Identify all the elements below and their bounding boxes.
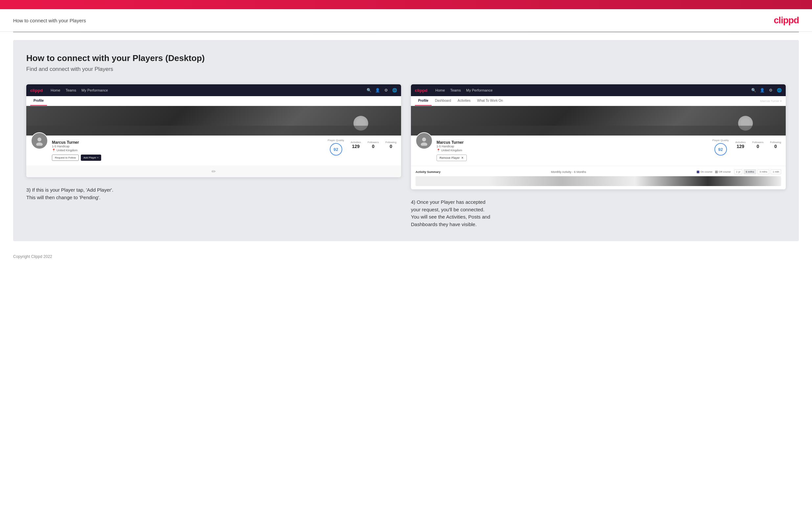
- header-divider: [13, 32, 799, 32]
- profile-top-left: Marcus Turner 1-5 Handicap 📍 United King…: [31, 139, 397, 161]
- activity-legend: On course Off course: [697, 170, 731, 173]
- quality-section-left: Player Quality 92: [328, 139, 344, 156]
- screenshot-left: clippd Home Teams My Performance 🔍 👤 ⚙ 🌐…: [26, 84, 401, 177]
- nav-icons-left: 🔍 👤 ⚙ 🌐: [366, 88, 397, 93]
- activity-title: Activity Summary: [415, 170, 441, 174]
- main-content: How to connect with your Players (Deskto…: [13, 40, 799, 241]
- svg-point-1: [36, 143, 43, 146]
- stats-row-right: Activities 129 Followers 0 Following 0: [735, 139, 781, 149]
- nav-home-right[interactable]: Home: [435, 88, 445, 92]
- time-filters: 1 yr 6 mths 3 mths 1 mth: [734, 169, 781, 174]
- profile-location-right: 📍 United Kingdom: [437, 149, 709, 152]
- screenshot-left-col: clippd Home Teams My Performance 🔍 👤 ⚙ 🌐…: [26, 84, 401, 228]
- profile-section-left: Marcus Turner 1-5 Handicap 📍 United King…: [26, 135, 401, 165]
- profile-top-right: Marcus Turner 1-5 Handicap 📍 United King…: [415, 139, 781, 161]
- profile-name-right: Marcus Turner: [437, 140, 709, 145]
- logo: clippd: [774, 15, 799, 25]
- nav-performance-left[interactable]: My Performance: [82, 88, 108, 92]
- profile-info-right: Marcus Turner 1-5 Handicap 📍 United King…: [437, 139, 709, 161]
- footer: Copyright Clippd 2022: [0, 249, 812, 264]
- app-tabs-left: Profile: [26, 96, 401, 106]
- stat-activities-left: Activities 129: [351, 141, 361, 149]
- activity-controls: On course Off course 1 yr 6 mths 3: [697, 169, 781, 174]
- tab-dashboard-right[interactable]: Dashboard: [432, 96, 454, 106]
- legend-dot-on-course: [697, 171, 699, 173]
- filter-1yr[interactable]: 1 yr: [734, 169, 742, 174]
- quality-label-left: Player Quality: [328, 139, 344, 142]
- chart-placeholder: [415, 176, 781, 186]
- header-title: How to connect with your Players: [13, 18, 86, 23]
- user-icon-right[interactable]: 👤: [759, 88, 765, 93]
- tab-profile-left[interactable]: Profile: [30, 96, 47, 106]
- caption-right: 4) Once your Player has accepted your re…: [411, 199, 786, 228]
- settings-icon-left[interactable]: ⚙: [383, 88, 389, 93]
- settings-icon-right[interactable]: ⚙: [768, 88, 773, 93]
- nav-teams-left[interactable]: Teams: [66, 88, 76, 92]
- app-nav-logo-left: clippd: [30, 88, 43, 93]
- stats-row-left: Activities 129 Followers 0 Following 0: [351, 139, 397, 149]
- top-bar: [0, 0, 812, 9]
- avatar-left: [31, 132, 48, 149]
- main-title: How to connect with your Players (Deskto…: [26, 53, 786, 63]
- avatar-right: [415, 132, 433, 149]
- legend-dot-off-course: [715, 171, 718, 173]
- app-nav-left: clippd Home Teams My Performance 🔍 👤 ⚙ 🌐: [26, 84, 401, 96]
- globe-icon-right[interactable]: 🌐: [776, 88, 782, 93]
- stat-activities-right: Activities 129: [735, 141, 746, 149]
- profile-handicap-left: 1-5 Handicap: [52, 145, 324, 148]
- filter-6mths[interactable]: 6 mths: [744, 169, 756, 174]
- stat-following-left: Following 0: [385, 141, 397, 149]
- tab-what-to-work-on-right[interactable]: What To Work On: [474, 96, 507, 106]
- svg-point-0: [38, 137, 41, 142]
- tabs-group-right: Profile Dashboard Activities What To Wor…: [415, 96, 506, 106]
- search-icon-right[interactable]: 🔍: [751, 88, 756, 93]
- action-buttons-left: Request to Follow Add Player +: [52, 155, 324, 161]
- app-nav-right: clippd Home Teams My Performance 🔍 👤 ⚙ 🌐: [411, 84, 786, 96]
- copyright: Copyright Clippd 2022: [13, 254, 52, 259]
- activity-period: Monthly Activity - 6 Months: [551, 170, 586, 174]
- activity-header: Activity Summary Monthly Activity - 6 Mo…: [415, 169, 781, 174]
- stat-followers-left: Followers 0: [367, 141, 379, 149]
- nav-icons-right: 🔍 👤 ⚙ 🌐: [751, 88, 782, 93]
- header: How to connect with your Players clippd: [0, 9, 812, 32]
- location-pin-icon-right: 📍: [437, 149, 440, 152]
- search-icon-left[interactable]: 🔍: [366, 88, 371, 93]
- hero-image-right: [411, 106, 786, 135]
- request-follow-button[interactable]: Request to Follow: [52, 155, 79, 161]
- legend-off-course: Off course: [715, 170, 731, 173]
- user-dropdown-right[interactable]: Marcus Turner ▾: [760, 100, 782, 103]
- tab-activities-right[interactable]: Activities: [454, 96, 474, 106]
- screenshot-right: clippd Home Teams My Performance 🔍 👤 ⚙ 🌐…: [411, 84, 786, 189]
- profile-handicap-right: 1-5 Handicap: [437, 145, 709, 148]
- user-icon-left[interactable]: 👤: [375, 88, 380, 93]
- screenshot-bottom-left: ✏: [26, 165, 401, 177]
- filter-3mths[interactable]: 3 mths: [757, 169, 769, 174]
- stat-following-right: Following 0: [770, 141, 781, 149]
- nav-home-left[interactable]: Home: [51, 88, 60, 92]
- globe-icon-left[interactable]: 🌐: [392, 88, 397, 93]
- remove-player-button[interactable]: Remove Player ✕: [437, 155, 467, 161]
- screenshot-right-col: clippd Home Teams My Performance 🔍 👤 ⚙ 🌐…: [411, 84, 786, 228]
- app-tabs-right: Profile Dashboard Activities What To Wor…: [411, 96, 786, 106]
- quality-section-right: Player Quality 92: [712, 139, 729, 156]
- legend-on-course: On course: [697, 170, 712, 173]
- quality-circle-left: 92: [330, 143, 342, 156]
- caption-left: 3) If this is your Player tap, 'Add Play…: [26, 186, 401, 201]
- filter-1mth[interactable]: 1 mth: [771, 169, 781, 174]
- tab-profile-right[interactable]: Profile: [415, 96, 432, 106]
- nav-teams-right[interactable]: Teams: [450, 88, 461, 92]
- stat-followers-right: Followers 0: [752, 141, 763, 149]
- profile-name-left: Marcus Turner: [52, 140, 324, 145]
- profile-info-left: Marcus Turner 1-5 Handicap 📍 United King…: [52, 139, 324, 161]
- hero-image-left: [26, 106, 401, 135]
- quality-label-right: Player Quality: [712, 139, 729, 142]
- nav-performance-right[interactable]: My Performance: [466, 88, 493, 92]
- edit-icon-left: ✏: [211, 168, 216, 175]
- screenshots-row: clippd Home Teams My Performance 🔍 👤 ⚙ 🌐…: [26, 84, 786, 228]
- profile-location-left: 📍 United Kingdom: [52, 149, 324, 152]
- svg-point-3: [421, 143, 427, 146]
- close-icon: ✕: [461, 156, 464, 160]
- svg-point-2: [422, 137, 426, 142]
- app-nav-logo-right: clippd: [415, 88, 427, 93]
- add-player-button[interactable]: Add Player +: [81, 155, 101, 161]
